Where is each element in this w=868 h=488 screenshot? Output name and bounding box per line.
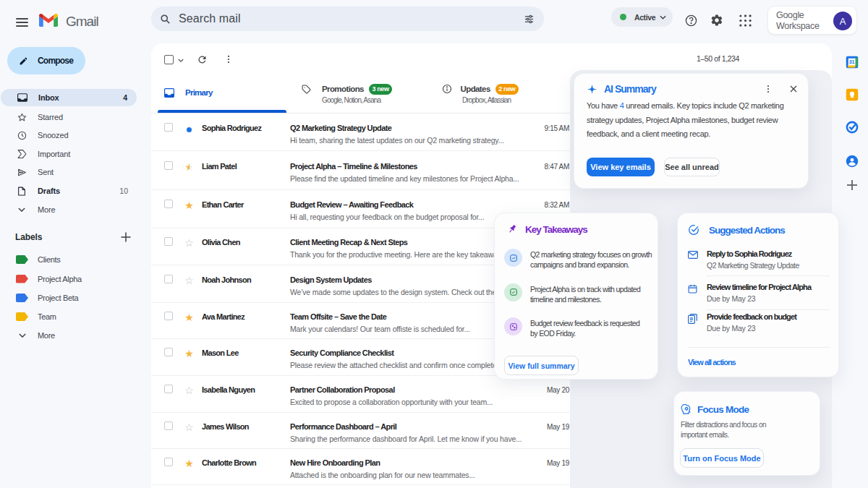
svg-text:31: 31 [849,59,855,65]
